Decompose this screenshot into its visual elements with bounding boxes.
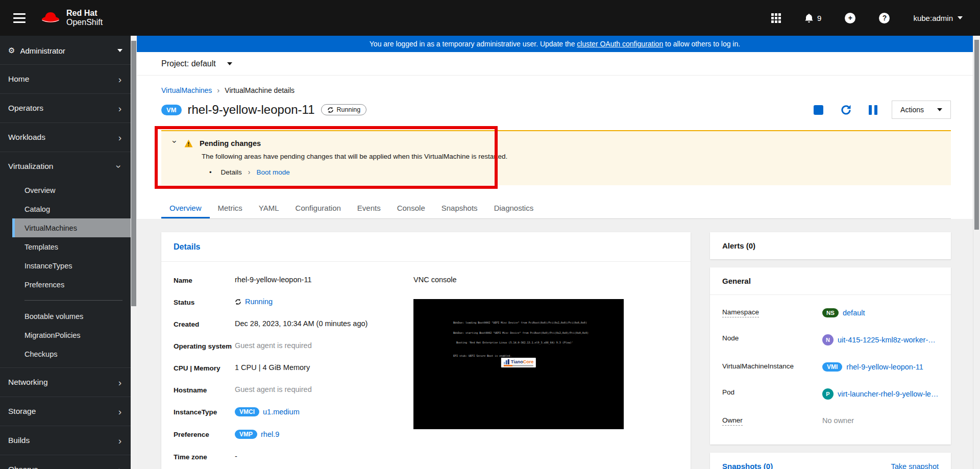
namespace-link[interactable]: default [843,309,865,317]
nav-toggle-icon[interactable] [13,13,26,23]
alert-header: › Pending changes [172,139,943,148]
oauth-config-link[interactable]: cluster OAuth configuration [577,40,663,48]
submenu-divider [24,300,122,301]
sidebar-item-label: VirtualMachines [24,224,77,232]
status-badge[interactable]: Running [321,104,367,115]
add-icon[interactable]: + [845,13,855,23]
sidebar-item-label: Virtualization [8,162,53,171]
sidebar-item-virtualmachines[interactable]: VirtualMachines [12,218,131,237]
pause-button[interactable] [869,105,877,115]
vm-actions: Actions [814,101,951,119]
general-value: NS default [822,308,865,317]
actions-dropdown[interactable]: Actions [892,101,951,119]
tab-metrics[interactable]: Metrics [210,199,251,218]
sidebar-item-storage[interactable]: Storage› [0,397,131,426]
sidebar-item-bootable-volumes[interactable]: Bootable volumes [0,307,131,326]
help-icon[interactable]: ? [879,13,890,23]
tab-configuration[interactable]: Configuration [287,199,349,218]
page-header-section: VirtualMachines › VirtualMachine details… [137,76,973,219]
sidebar-item-overview[interactable]: Overview [0,181,131,200]
sidebar-item-label: Builds [8,436,30,445]
general-list: Namespace NS default Node N uit [710,295,951,445]
instancetype-link[interactable]: u1.medium [263,408,300,416]
detail-label: Name [174,276,235,284]
scrollbar-thumb[interactable] [131,41,136,306]
brand-logo[interactable]: Red Hat OpenShift [40,9,103,28]
sidebar-item-label: Templates [24,243,58,251]
sidebar-item-virtualization[interactable]: Virtualization› [0,152,131,181]
tab-overview[interactable]: Overview [161,199,210,218]
status-link[interactable]: Running [245,298,273,306]
scrollbar-thumb[interactable] [974,40,979,230]
sidebar-item-label: InstanceTypes [24,262,72,270]
sidebar-item-builds[interactable]: Builds› [0,426,131,455]
sidebar-item-instancetypes[interactable]: InstanceTypes [0,256,131,275]
user-menu[interactable]: kube:admin [913,14,963,22]
node-link[interactable]: uit-415-1225-kml8z-worker-0-qnpd9 [838,336,939,344]
preference-link[interactable]: rhel.9 [261,430,279,438]
sidebar-item-label: Overview [24,186,55,194]
sync-icon [327,107,334,113]
sidebar-item-operators[interactable]: Operators› [0,93,131,122]
vm-badge: VM [161,105,182,115]
chevron-collapse-icon[interactable]: › [170,140,179,146]
sidebar-item-label: Catalog [24,205,50,213]
detail-value: Running [235,298,273,306]
sidebar-item-checkups[interactable]: Checkups [0,344,131,363]
breadcrumb-virtualmachines[interactable]: VirtualMachines [161,86,212,94]
sidebar-item-label: Storage [8,407,36,416]
tab-snapshots[interactable]: Snapshots [433,199,486,218]
sidebar-item-templates[interactable]: Templates [0,237,131,256]
general-label: VirtualMachineInstance [722,362,822,370]
vmp-badge: VMP [235,430,257,439]
restart-button[interactable] [840,104,852,116]
stop-button[interactable] [814,105,823,115]
pod-link[interactable]: virt-launcher-rhel-9-yellow-leopon-11-9d… [838,390,939,398]
breadcrumb-current: VirtualMachine details [225,86,295,94]
sidebar-item-migrationpolicies[interactable]: MigrationPolicies [0,326,131,344]
sidebar-item-catalog[interactable]: Catalog [0,200,131,218]
status-label: Running [337,106,361,113]
take-snapshot-link[interactable]: Take snapshot [891,462,939,469]
details-card-title[interactable]: Details [174,242,678,252]
detail-value: Guest agent is required [235,385,312,393]
main-content: You are logged in as a temporary adminis… [137,36,973,469]
detail-value: 1 CPU | 4 GiB Memory [235,363,310,372]
main-scrollbar[interactable] [973,36,980,469]
tab-bar: Overview Metrics YAML Configuration Even… [161,199,951,219]
notifications-button[interactable]: 9 [804,13,821,23]
alerts-card[interactable]: Alerts (0) [710,232,951,259]
chevron-right-icon: › [118,378,121,387]
perspective-switcher[interactable]: ⚙ Administrator [0,36,131,64]
general-label: Pod [722,388,822,396]
title-row: VM rhel-9-yellow-leopon-11 Running [161,101,951,119]
snapshots-card-title[interactable]: Snapshots (0) [722,462,773,469]
detail-value: VMP rhel.9 [235,430,279,439]
app-launcher-icon[interactable] [771,13,781,23]
vmi-badge: VMI [822,362,842,372]
virtualization-submenu: Overview Catalog VirtualMachines Templat… [0,181,131,367]
sidebar-item-workloads[interactable]: Workloads› [0,122,131,152]
general-label: Owner [722,416,822,424]
sidebar-scrollbar[interactable] [131,36,137,469]
sidebar-item-networking[interactable]: Networking› [0,367,131,397]
sidebar-item-observe[interactable]: Observe› [0,455,131,469]
tab-events[interactable]: Events [349,199,389,218]
masthead: Red Hat OpenShift 9 + ? kube:admin [0,0,980,36]
tab-yaml[interactable]: YAML [251,199,287,218]
boot-mode-link[interactable]: Boot mode [257,168,290,176]
general-row-vmi: VirtualMachineInstance VMI rhel-9-yellow… [722,362,939,372]
sidebar-item-preferences[interactable]: Preferences [0,275,131,294]
sidebar-item-home[interactable]: Home› [0,64,131,93]
tab-diagnostics[interactable]: Diagnostics [486,199,542,218]
vnc-console-screen[interactable]: BdsDxe: loading Boot0002 "UEFI Misc Devi… [413,299,624,429]
detail-row-hostname: Hostname Guest agent is required [174,385,413,394]
restart-icon [840,104,852,116]
chevron-right-icon: › [118,465,121,469]
vmi-link[interactable]: rhel-9-yellow-leopon-11 [846,363,923,371]
sidebar-item-label: Workloads [8,133,45,142]
project-label: Project: default [161,59,216,68]
sidebar-item-label: Bootable volumes [24,312,83,320]
tab-console[interactable]: Console [389,199,433,218]
project-selector[interactable]: Project: default [137,52,973,76]
